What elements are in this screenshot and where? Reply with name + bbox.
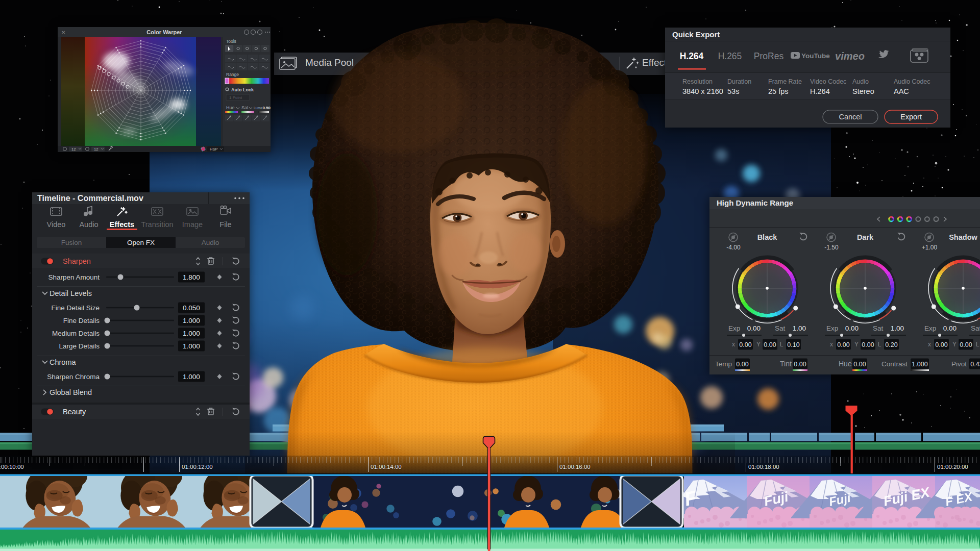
svg-text:-4.00: -4.00 <box>726 244 741 251</box>
svg-text:Video: Video <box>47 220 66 229</box>
svg-text:Image: Image <box>182 220 203 229</box>
svg-text:YouTube: YouTube <box>801 52 830 60</box>
svg-text:25 fps: 25 fps <box>768 87 789 95</box>
svg-text:ProRes: ProRes <box>754 51 784 61</box>
svg-text:0.435: 0.435 <box>970 361 980 368</box>
svg-text:Sat: Sat <box>241 105 249 110</box>
svg-text:0.50: 0.50 <box>262 106 271 110</box>
svg-text:Y: Y <box>952 341 957 348</box>
svg-text:Transition: Transition <box>141 220 173 229</box>
svg-text:Resolution: Resolution <box>682 78 713 85</box>
svg-text:1.000: 1.000 <box>912 361 927 368</box>
svg-text:L: L <box>976 341 979 348</box>
svg-text:1.000: 1.000 <box>183 317 200 324</box>
svg-text:0.00: 0.00 <box>739 341 751 348</box>
svg-text:x: x <box>830 341 833 348</box>
svg-text:+1.00: +1.00 <box>922 244 938 251</box>
svg-text:1.00: 1.00 <box>891 324 904 332</box>
svg-text:0.00: 0.00 <box>736 361 748 368</box>
svg-text:Beauty: Beauty <box>63 408 86 416</box>
svg-text:H.265: H.265 <box>718 51 742 61</box>
svg-text:Sat: Sat <box>971 324 980 332</box>
svg-text:Open FX: Open FX <box>127 239 155 246</box>
svg-text:1.000: 1.000 <box>183 330 200 337</box>
svg-text:Quick Export: Quick Export <box>672 30 720 39</box>
svg-text:Temp: Temp <box>715 360 732 368</box>
svg-text:Pivot: Pivot <box>951 360 967 368</box>
svg-text:Detail Levels: Detail Levels <box>50 289 92 297</box>
svg-text:0.00: 0.00 <box>747 324 761 332</box>
svg-text:0.00: 0.00 <box>794 361 806 368</box>
svg-text:Audio: Audio <box>202 239 219 246</box>
svg-text:Stereo: Stereo <box>852 87 874 95</box>
svg-text:Audio: Audio <box>79 220 98 229</box>
svg-text:53s: 53s <box>727 87 739 95</box>
svg-text:File: File <box>219 220 231 229</box>
svg-text:Auto Lock: Auto Lock <box>231 87 254 92</box>
svg-text:Range: Range <box>226 72 239 77</box>
svg-text:3840 x 2160: 3840 x 2160 <box>682 87 723 95</box>
svg-text:Contrast: Contrast <box>881 360 908 368</box>
svg-text:Shadow: Shadow <box>949 233 977 241</box>
svg-text:Dark: Dark <box>857 233 874 241</box>
svg-text:1.000: 1.000 <box>183 373 200 381</box>
svg-text:Black: Black <box>757 233 778 241</box>
svg-text:Sharpen Amount: Sharpen Amount <box>48 273 100 281</box>
svg-text:0.050: 0.050 <box>183 304 200 312</box>
svg-text:1 Point: 1 Point <box>229 95 242 100</box>
svg-text:L: L <box>780 341 783 348</box>
svg-text:Color Warper: Color Warper <box>146 29 182 35</box>
svg-text:0.00: 0.00 <box>935 341 947 348</box>
svg-text:H.264: H.264 <box>680 51 704 61</box>
svg-text:HSP: HSP <box>210 147 217 152</box>
svg-text:1.000: 1.000 <box>183 342 200 350</box>
svg-text:Exp: Exp <box>826 324 838 332</box>
svg-text:Timeline - Commercial.mov: Timeline - Commercial.mov <box>37 194 143 203</box>
svg-text:Tools: Tools <box>226 39 236 44</box>
svg-text:Sat: Sat <box>873 324 884 332</box>
svg-text:Tint: Tint <box>780 360 792 368</box>
svg-text:12: 12 <box>71 147 76 152</box>
svg-text:Duration: Duration <box>727 78 751 85</box>
svg-text:0.00: 0.00 <box>837 341 849 348</box>
svg-text:x: x <box>928 341 931 348</box>
svg-text:Sat: Sat <box>775 324 786 332</box>
svg-text:Large Details: Large Details <box>59 342 100 350</box>
svg-text:AAC: AAC <box>894 87 909 95</box>
svg-text:0.00: 0.00 <box>853 361 866 368</box>
svg-text:Audio Codec: Audio Codec <box>894 78 930 85</box>
svg-text:Sharpen: Sharpen <box>63 257 91 265</box>
svg-text:Audio: Audio <box>852 78 869 85</box>
svg-text:Luma: Luma <box>254 106 262 110</box>
svg-text:Frame Rate: Frame Rate <box>768 78 802 85</box>
svg-text:Exp: Exp <box>924 324 936 332</box>
svg-text:Exp: Exp <box>728 324 740 332</box>
svg-text:High Dynamic Range: High Dynamic Range <box>717 198 793 207</box>
svg-text:0.00: 0.00 <box>862 341 874 348</box>
svg-text:✕: ✕ <box>61 30 65 35</box>
svg-text:vimeo: vimeo <box>835 51 865 62</box>
svg-text:0.00: 0.00 <box>943 324 957 332</box>
svg-text:12: 12 <box>94 147 98 152</box>
svg-text:0.00: 0.00 <box>845 324 859 332</box>
svg-text:Medium Details: Medium Details <box>52 330 100 337</box>
svg-text:Hue: Hue <box>226 105 235 110</box>
svg-text:Cancel: Cancel <box>839 113 862 121</box>
svg-text:Sharpen Chroma: Sharpen Chroma <box>47 373 100 381</box>
svg-text:0.10: 0.10 <box>787 341 799 348</box>
svg-text:Fusion: Fusion <box>61 239 82 246</box>
svg-text:1.00: 1.00 <box>793 324 806 332</box>
svg-text:0.00: 0.00 <box>764 341 776 348</box>
svg-text:Fine Details: Fine Details <box>63 317 100 324</box>
svg-text:H.264: H.264 <box>810 87 830 95</box>
svg-text:x: x <box>732 341 735 348</box>
svg-text:0.00: 0.00 <box>960 341 972 348</box>
svg-text:Chroma: Chroma <box>50 358 77 366</box>
svg-text:Export: Export <box>900 113 922 121</box>
svg-text:Fine Detail Size: Fine Detail Size <box>51 304 100 312</box>
svg-text:Y: Y <box>756 341 761 348</box>
svg-text:-1.50: -1.50 <box>824 244 839 251</box>
svg-text:1.800: 1.800 <box>183 273 200 281</box>
svg-text:Video Codec: Video Codec <box>810 78 846 85</box>
svg-text:Effects: Effects <box>110 220 134 229</box>
